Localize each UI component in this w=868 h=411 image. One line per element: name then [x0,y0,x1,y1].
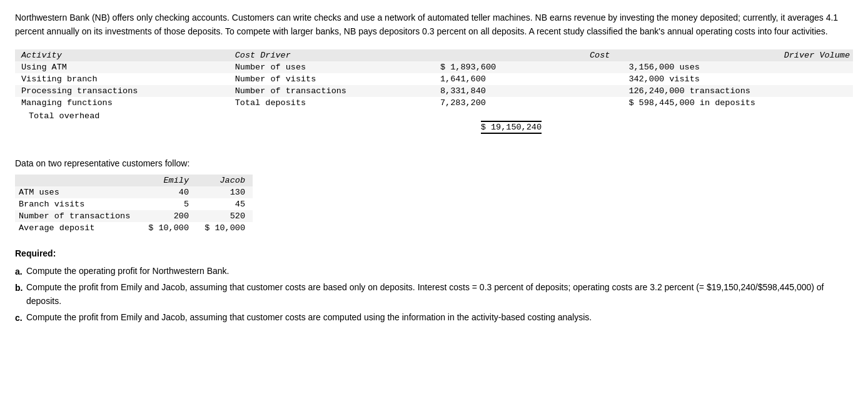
emily-value: $ 10,000 [140,222,196,234]
emily-value: 200 [140,210,196,222]
required-item-b: b. Compute the profit from Emily and Jac… [15,281,853,308]
activity-cell: Using ATM [15,61,229,73]
activity-cell: Visiting branch [15,73,229,85]
req-letter-a: a. [15,265,24,278]
driver-cell: Total deposits [229,97,434,109]
activity-cell: Managing functions [15,97,229,109]
total-cost: $ 19,150,240 [434,109,622,146]
total-row: Total overhead $ 19,150,240 [15,109,853,146]
req-text-a: Compute the operating profit for Northwe… [26,265,853,278]
driver-cell: Number of visits [229,73,434,85]
req-letter-b: b. [15,281,24,295]
customer-row-label: Number of transactions [15,210,140,222]
customer-section-label: Data on two representative customers fol… [15,158,853,168]
table-row: Branch visits 5 45 [15,198,253,210]
jacob-value: $ 10,000 [196,222,253,234]
driver-cell: Number of uses [229,61,434,73]
driver-vol-cell: 126,240,000 transactions [622,85,853,97]
table-row: Visiting branch Number of visits 1,641,6… [15,73,853,85]
activity-table-header-row: Activity Cost Driver Cost Driver Volume [15,49,853,61]
customer-table-header-row: Emily Jacob [15,175,253,186]
table-row: Average deposit $ 10,000 $ 10,000 [15,222,253,234]
jacob-value: 130 [196,186,253,198]
customer-col2-header: Emily [140,175,196,186]
cost-cell: 8,331,840 [434,85,622,97]
driver-vol-cell: 342,000 visits [622,73,853,85]
total-label: Total overhead [15,109,434,146]
customer-col1-header [15,175,140,186]
emily-value: 40 [140,186,196,198]
required-item-a: a. Compute the operating profit for Nort… [15,265,853,278]
intro-paragraph: Northwestern Bank (NB) offers only check… [15,11,853,38]
emily-value: 5 [140,198,196,210]
cost-cell: $ 1,893,600 [434,61,622,73]
cost-cell: 7,283,200 [434,97,622,109]
cost-cell: 1,641,600 [434,73,622,85]
req-text-b: Compute the profit from Emily and Jacob,… [26,281,853,308]
table-row: ATM uses 40 130 [15,186,253,198]
activity-cell: Processing transactions [15,85,229,97]
table-row: Using ATM Number of uses $ 1,893,600 3,1… [15,61,853,73]
table-row: Number of transactions 200 520 [15,210,253,222]
driver-cell: Number of transactions [229,85,434,97]
driver-volume-col-header: Driver Volume [622,49,853,61]
table-row: Managing functions Total deposits 7,283,… [15,97,853,109]
jacob-value: 520 [196,210,253,222]
activity-table: Activity Cost Driver Cost Driver Volume … [15,49,853,146]
req-letter-c: c. [15,311,24,325]
required-item-c: c. Compute the profit from Emily and Jac… [15,311,853,325]
customer-col3-header: Jacob [196,175,253,186]
cost-driver-col-header: Cost Driver [229,49,434,61]
driver-vol-cell: $ 598,445,000 in deposits [622,97,853,109]
customer-row-label: Branch visits [15,198,140,210]
jacob-value: 45 [196,198,253,210]
driver-vol-cell: 3,156,000 uses [622,61,853,73]
required-title: Required: [15,246,853,260]
cost-col-header: Cost [434,49,622,61]
customer-row-label: Average deposit [15,222,140,234]
table-row: Processing transactions Number of transa… [15,85,853,97]
req-text-c: Compute the profit from Emily and Jacob,… [26,311,853,325]
customer-table: Emily Jacob ATM uses 40 130 Branch visit… [15,175,253,234]
required-section: Required: a. Compute the operating profi… [15,246,853,325]
customer-row-label: ATM uses [15,186,140,198]
activity-col-header: Activity [15,49,229,61]
